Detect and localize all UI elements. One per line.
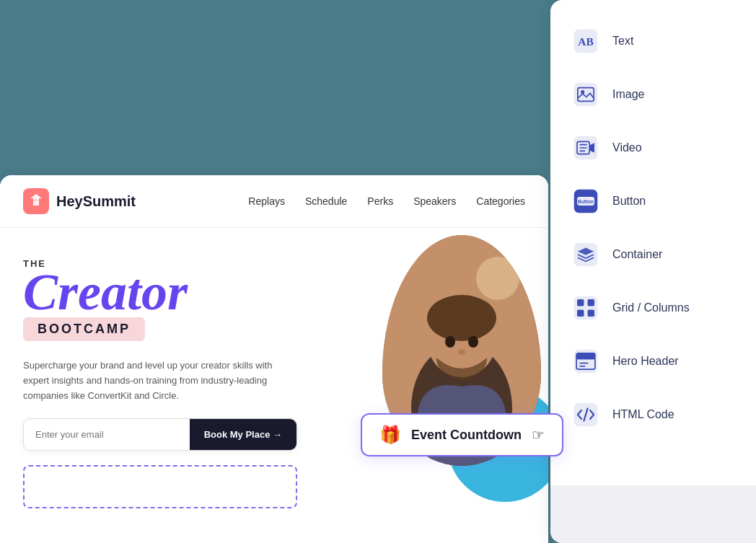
component-item-image[interactable]: Image (550, 68, 756, 121)
panel-bottom-area (550, 485, 756, 543)
svg-rect-24 (577, 299, 584, 306)
book-my-place-button[interactable]: Book My Place → (190, 419, 296, 450)
container-icon-box (571, 239, 601, 270)
drag-cursor-icon: ☞ (532, 426, 545, 443)
website-preview-card: HeySummit Replays Schedule Perks Speaker… (0, 175, 548, 543)
svg-point-4 (427, 295, 496, 341)
email-form: Book My Place → (23, 418, 297, 451)
text-icon-box: AB (571, 26, 601, 56)
video-icon-box (571, 133, 601, 163)
text-label: Text (612, 35, 633, 48)
countdown-icon: 🎁 (379, 425, 401, 445)
background-teal (0, 0, 548, 177)
event-countdown-widget[interactable]: 🎁 Event Countdown ☞ (361, 413, 563, 456)
countdown-label: Event Countdown (411, 428, 522, 443)
nav-perks[interactable]: Perks (367, 195, 393, 208)
nav-categories[interactable]: Categories (476, 195, 525, 208)
grid-icon (573, 295, 599, 321)
bootcamp-badge: BOOTCAMP (23, 317, 145, 341)
container-icon (573, 242, 599, 268)
svg-point-8 (476, 257, 519, 300)
placeholder-drop-zone (23, 465, 297, 508)
nav-schedule[interactable]: Schedule (305, 195, 347, 208)
svg-rect-26 (577, 310, 584, 317)
button-icon-box: Button (571, 186, 601, 216)
svg-point-6 (468, 336, 478, 348)
component-item-hero[interactable]: Hero Header (550, 335, 756, 388)
logo-text: HeySummit (56, 193, 136, 210)
site-nav: HeySummit Replays Schedule Perks Speaker… (0, 175, 548, 228)
video-icon (573, 135, 599, 161)
nav-replays[interactable]: Replays (248, 195, 285, 208)
html-label: HTML Code (612, 408, 674, 421)
hero-icon-box (571, 346, 601, 376)
video-label: Video (612, 141, 642, 154)
container-label: Container (612, 248, 662, 261)
hero-left: THE Creator BOOTCAMP Supercharge your br… (23, 251, 369, 543)
component-item-container[interactable]: Container (550, 228, 756, 281)
nav-speakers[interactable]: Speakers (413, 195, 456, 208)
hero-label: Hero Header (612, 355, 679, 368)
creator-title: Creator (23, 270, 369, 314)
html-code-icon (573, 402, 599, 428)
grid-icon-box (571, 293, 601, 323)
image-label: Image (612, 88, 644, 101)
component-item-grid[interactable]: Grid / Columns (550, 281, 756, 335)
hero-header-icon (573, 348, 599, 374)
svg-text:AB: AB (578, 35, 593, 48)
svg-rect-27 (588, 310, 594, 317)
creator-bootcamp-logo: THE Creator BOOTCAMP (23, 258, 369, 341)
svg-rect-25 (588, 299, 594, 306)
grid-label: Grid / Columns (612, 301, 690, 314)
svg-point-5 (445, 336, 455, 348)
logo-icon (23, 188, 49, 214)
image-icon (573, 81, 599, 107)
nav-links: Replays Schedule Perks Speakers Categori… (248, 195, 525, 208)
button-label: Button (612, 195, 646, 208)
svg-text:Button: Button (578, 199, 594, 204)
image-icon-box (571, 79, 601, 110)
html-icon-box (571, 399, 601, 430)
svg-rect-30 (576, 353, 595, 360)
hero-section: THE Creator BOOTCAMP Supercharge your br… (0, 228, 548, 543)
email-input[interactable] (24, 419, 190, 450)
button-icon: Button (573, 188, 599, 214)
hero-description: Supercharge your brand and level up your… (23, 358, 297, 403)
hero-right-image (346, 228, 548, 543)
component-item-video[interactable]: Video (550, 121, 756, 175)
logo-area: HeySummit (23, 188, 136, 214)
component-panel: AB Text Image Vide (550, 0, 756, 543)
component-item-button[interactable]: Button Button (550, 175, 756, 228)
component-item-text[interactable]: AB Text (550, 14, 756, 68)
text-icon: AB (573, 28, 599, 54)
component-item-html[interactable]: HTML Code (550, 388, 756, 441)
svg-point-7 (458, 349, 465, 355)
